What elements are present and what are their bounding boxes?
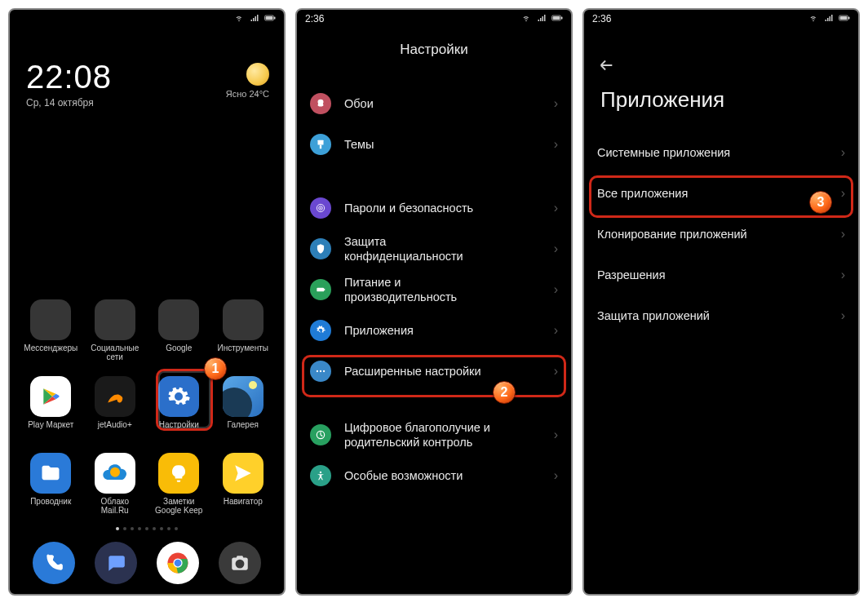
themes-icon xyxy=(310,134,331,155)
row-label: Системные приложения xyxy=(597,145,841,160)
app-settings[interactable]: Настройки xyxy=(149,376,209,438)
svg-rect-18 xyxy=(324,289,325,290)
app-gallery[interactable]: Галерея xyxy=(214,376,273,438)
folder-icon xyxy=(95,299,135,340)
clock-time: 22:08 xyxy=(26,59,112,95)
svg-rect-2 xyxy=(266,16,273,20)
svg-point-21 xyxy=(323,370,325,372)
weather-desc: Ясно 24°C xyxy=(226,89,269,99)
cloud-icon xyxy=(95,453,135,494)
battery-icon xyxy=(264,13,276,25)
settings-row-advanced[interactable]: Расширенные настройки› xyxy=(297,351,571,392)
apps-row-2[interactable]: Клонирование приложений› xyxy=(584,214,858,255)
settings-row-apps[interactable]: Приложения› xyxy=(297,310,571,351)
app-explorer[interactable]: Проводник xyxy=(21,453,81,515)
dock-chrome[interactable] xyxy=(157,542,199,584)
svg-point-7 xyxy=(175,560,182,567)
chevron-right-icon: › xyxy=(841,186,845,201)
svg-rect-1 xyxy=(274,16,276,19)
chevron-right-icon: › xyxy=(841,308,845,323)
chevron-right-icon: › xyxy=(554,364,558,379)
step1-badge: 1 xyxy=(204,357,227,380)
chevron-right-icon: › xyxy=(554,241,558,256)
settings-row-wallpaper[interactable]: Обои› xyxy=(297,83,571,124)
row-label: Приложения xyxy=(344,323,554,338)
app-keep[interactable]: Заметки Google Keep xyxy=(149,453,209,515)
app-jetaudio[interactable]: jetAudio+ xyxy=(86,376,145,438)
advanced-icon xyxy=(310,361,331,382)
weather-widget[interactable]: Ясно 24°C xyxy=(226,63,269,99)
battery-icon xyxy=(839,13,850,25)
accessibility-icon xyxy=(310,465,331,486)
svg-point-4 xyxy=(110,467,120,477)
row-label: Питание и производительность xyxy=(344,275,554,304)
folder-file-icon xyxy=(30,453,71,494)
row-label: Расширенные настройки xyxy=(344,364,554,379)
dock-phone[interactable] xyxy=(33,542,75,584)
privacy-icon xyxy=(310,238,331,259)
row-label: Темы xyxy=(344,137,554,152)
svg-rect-12 xyxy=(318,140,324,145)
jetaudio-icon xyxy=(95,376,135,417)
signal-icon xyxy=(823,13,835,25)
svg-rect-17 xyxy=(317,288,324,292)
page-indicator xyxy=(10,527,284,530)
apps-row-4[interactable]: Защита приложений› xyxy=(584,295,858,336)
dock-messages[interactable] xyxy=(95,542,137,584)
status-time: 2:36 xyxy=(592,13,611,24)
weather-sun-icon xyxy=(246,63,269,86)
signal-icon xyxy=(536,13,547,25)
phone-apps: 2:36 Приложения Системные приложения›Все… xyxy=(582,8,860,596)
apps-row-0[interactable]: Системные приложения› xyxy=(584,132,858,173)
folder-tools[interactable]: Инструменты xyxy=(214,299,273,361)
settings-row-themes[interactable]: Темы› xyxy=(297,124,571,165)
app-playmarket[interactable]: Play Маркет xyxy=(21,376,81,438)
phone-homescreen: 22:08 Ср, 14 октября Ясно 24°C Мессендже… xyxy=(8,8,286,596)
settings-list: Обои›Темы›Пароли и безопасность›Защита к… xyxy=(297,83,571,594)
folder-google[interactable]: Google xyxy=(149,299,209,361)
clock-widget[interactable]: 22:08 Ср, 14 октября xyxy=(26,59,112,109)
apps-icon xyxy=(310,320,331,341)
svg-rect-25 xyxy=(848,16,850,19)
svg-rect-26 xyxy=(840,16,848,20)
row-label: Разрешения xyxy=(597,268,841,282)
signal-icon xyxy=(249,13,260,25)
chevron-right-icon: › xyxy=(554,428,558,442)
battery-icon xyxy=(310,279,331,300)
row-label: Все приложения xyxy=(597,186,841,201)
settings-row-security[interactable]: Пароли и безопасность› xyxy=(297,188,571,228)
svg-rect-13 xyxy=(320,145,321,149)
settings-row-battery[interactable]: Питание и производительность› xyxy=(297,269,571,310)
status-time: 2:36 xyxy=(305,13,324,24)
wifi-icon xyxy=(520,13,532,25)
folder-icon xyxy=(223,299,264,340)
phone-settings: 2:36 Настройки Обои›Темы›Пароли и безопа… xyxy=(295,8,573,596)
status-bar: 2:36 xyxy=(584,10,858,28)
row-label: Пароли и безопасность xyxy=(344,201,554,215)
wallpaper-icon xyxy=(310,93,331,114)
app-mailru-cloud[interactable]: Облако Mail.Ru xyxy=(86,453,145,515)
row-label: Защита конфиденциальности xyxy=(344,234,554,264)
folder-messengers[interactable]: Мессенджеры xyxy=(21,299,81,361)
folder-social[interactable]: Социальные сети xyxy=(86,299,145,361)
chevron-right-icon: › xyxy=(841,268,845,282)
folder-icon xyxy=(30,299,71,340)
wifi-icon xyxy=(233,13,245,25)
settings-row-accessibility[interactable]: Особые возможности› xyxy=(297,455,571,496)
settings-row-privacy[interactable]: Защита конфиденциальности› xyxy=(297,228,571,269)
navigator-arrow-icon xyxy=(223,453,264,494)
step3-badge: 3 xyxy=(809,191,832,214)
clock-date: Ср, 14 октября xyxy=(26,97,112,109)
row-label: Защита приложений xyxy=(597,308,841,323)
chevron-right-icon: › xyxy=(554,137,558,152)
svg-rect-10 xyxy=(561,16,563,19)
back-button[interactable] xyxy=(597,56,615,78)
settings-row-wellbeing[interactable]: Цифровое благополучие и родительский кон… xyxy=(297,414,571,455)
dock-camera[interactable] xyxy=(219,542,261,584)
status-bar xyxy=(10,10,284,28)
app-navigator[interactable]: Навигатор xyxy=(214,453,273,515)
apps-row-3[interactable]: Разрешения› xyxy=(584,255,858,295)
row-label: Цифровое благополучие и родительский кон… xyxy=(344,420,554,450)
row-label: Клонирование приложений xyxy=(597,227,841,241)
app-grid: Мессенджеры Социальные сети Google Инс xyxy=(10,299,284,515)
